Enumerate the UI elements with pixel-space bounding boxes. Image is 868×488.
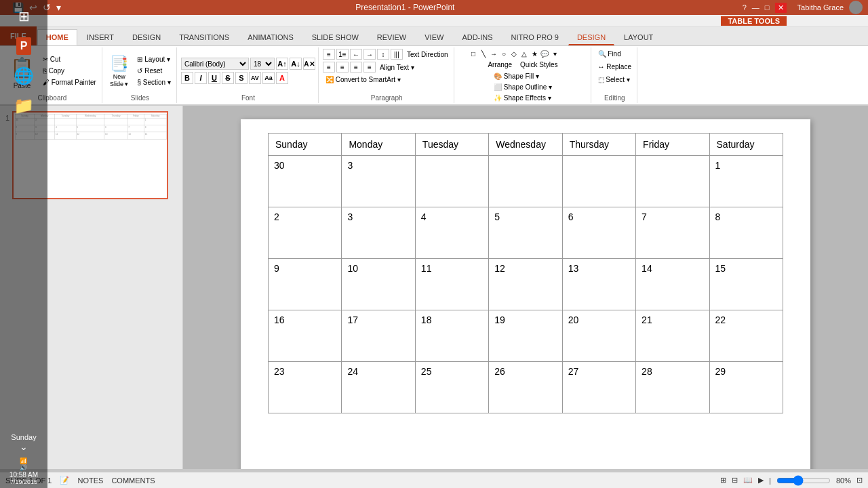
star-shape[interactable]: ★	[530, 49, 539, 58]
powerpoint-taskbar-icon[interactable]: P	[10, 33, 37, 60]
calendar-cell-w4d2[interactable]: 25	[415, 362, 488, 413]
font-size-select[interactable]: 18	[250, 58, 275, 70]
find-button[interactable]: 🔍 Find	[595, 49, 624, 59]
notes-button[interactable]: NOTES	[77, 476, 103, 485]
shadow-button[interactable]: S	[235, 72, 248, 84]
cut-button[interactable]: ✂ Cut	[40, 54, 99, 64]
calendar-cell-w4d0[interactable]: 23	[269, 362, 342, 413]
calendar-cell-w0d4[interactable]	[562, 156, 635, 207]
layout-button[interactable]: ⊞ Layout ▾	[134, 54, 173, 64]
shape-fill-button[interactable]: 🎨 Shape Fill ▾	[491, 71, 555, 81]
bold-button[interactable]: B	[181, 72, 193, 84]
tab-transitions[interactable]: TRANSITIONS	[170, 29, 238, 45]
change-case-button[interactable]: Aa	[262, 72, 275, 84]
fit-slide-button[interactable]: ⊡	[856, 476, 863, 485]
minimize-icon[interactable]: —	[752, 3, 760, 12]
tab-animations[interactable]: ANIMATIONS	[239, 29, 302, 45]
line-shape[interactable]: ╲	[479, 49, 488, 58]
calendar-cell-w2d4[interactable]: 13	[562, 259, 635, 310]
calendar-cell-w1d1[interactable]: 3	[342, 207, 415, 259]
calendar-cell-w4d4[interactable]: 27	[562, 362, 635, 413]
calendar-cell-w3d6[interactable]: 22	[709, 310, 783, 362]
decrease-indent-button[interactable]: ←	[350, 49, 362, 60]
shape-outline-button[interactable]: ⬜ Shape Outline ▾	[491, 82, 555, 92]
section-button[interactable]: § Section ▾	[134, 77, 173, 87]
tab-slideshow[interactable]: SLIDE SHOW	[303, 29, 368, 45]
comments-button[interactable]: COMMENTS	[111, 476, 155, 485]
diamond-shape[interactable]: ◇	[509, 49, 519, 58]
calendar-cell-w1d3[interactable]: 5	[489, 207, 562, 259]
tab-view[interactable]: VIEW	[416, 29, 452, 45]
calendar-cell-w1d5[interactable]: 7	[636, 207, 709, 259]
align-right-button[interactable]: ≡	[350, 62, 362, 73]
callout-shape[interactable]: 💬	[540, 49, 549, 58]
replace-button[interactable]: ↔ Replace	[595, 62, 634, 72]
triangle-shape[interactable]: △	[519, 49, 529, 58]
calendar-cell-w1d0[interactable]: 2	[269, 207, 342, 259]
calendar-cell-w4d5[interactable]: 28	[636, 362, 709, 413]
decrease-font-size-button[interactable]: A↓	[290, 58, 302, 70]
rect-shape[interactable]: □	[469, 49, 478, 58]
tab-review[interactable]: REVIEW	[368, 29, 415, 45]
columns-button[interactable]: |||	[391, 49, 403, 60]
calendar-cell-w3d4[interactable]: 20	[562, 310, 635, 362]
calendar-cell-w0d3[interactable]	[489, 156, 562, 207]
increase-indent-button[interactable]: →	[363, 49, 376, 60]
calendar-cell-w3d2[interactable]: 18	[415, 310, 488, 362]
calendar-cell-w0d5[interactable]	[636, 156, 709, 207]
chrome-taskbar-icon[interactable]: 🌐	[10, 62, 37, 89]
copy-button[interactable]: ⎘ Copy	[40, 66, 99, 76]
strikethrough-button[interactable]: S	[222, 72, 234, 84]
italic-button[interactable]: I	[195, 72, 207, 84]
folder-taskbar-icon[interactable]: 📁	[10, 92, 37, 119]
calendar-cell-w0d1[interactable]: 3	[342, 156, 415, 207]
calendar-cell-w0d6[interactable]: 1	[709, 156, 783, 207]
calendar-cell-w4d3[interactable]: 26	[489, 362, 562, 413]
underline-button[interactable]: U	[208, 72, 220, 84]
calendar-cell-w2d3[interactable]: 12	[489, 259, 562, 310]
text-direction-button[interactable]: Text Direction	[404, 49, 451, 60]
reset-button[interactable]: ↺ Reset	[134, 66, 173, 76]
font-color-button[interactable]: A	[276, 72, 288, 84]
close-icon[interactable]: ✕	[775, 3, 787, 13]
slide-sorter-icon[interactable]: ⊟	[732, 476, 738, 485]
calendar-cell-w2d5[interactable]: 14	[636, 259, 709, 310]
zoom-slider[interactable]	[776, 475, 831, 486]
shape-effects-button[interactable]: ✨ Shape Effects ▾	[491, 93, 555, 103]
calendar-cell-w2d1[interactable]: 10	[342, 259, 415, 310]
slide-canvas[interactable]: Sunday Monday Tuesday Wednesday Thursday…	[241, 119, 810, 469]
calendar-cell-w1d6[interactable]: 8	[709, 207, 783, 259]
arrange-button[interactable]: Arrange	[485, 60, 515, 70]
slideshow-icon[interactable]: ▶	[758, 476, 764, 485]
calendar-cell-w3d3[interactable]: 19	[489, 310, 562, 362]
tab-design2[interactable]: DESIGN	[568, 29, 614, 45]
help-icon[interactable]: ?	[743, 3, 747, 12]
tab-design[interactable]: DESIGN	[123, 29, 170, 45]
calendar-cell-w3d1[interactable]: 17	[342, 310, 415, 362]
tab-nitro[interactable]: NITRO PRO 9	[502, 29, 568, 45]
calendar-cell-w2d0[interactable]: 9	[269, 259, 342, 310]
new-slide-button[interactable]: 📑 New Slide ▾	[106, 53, 132, 89]
numbering-button[interactable]: 1≡	[336, 49, 349, 60]
format-painter-button[interactable]: 🖌 Format Painter	[40, 77, 99, 87]
tab-insert[interactable]: INSERT	[78, 29, 123, 45]
oval-shape[interactable]: ○	[499, 49, 509, 58]
char-spacing-button[interactable]: AV	[249, 72, 261, 84]
reading-view-icon[interactable]: 📖	[743, 476, 753, 485]
align-left-button[interactable]: ≡	[323, 62, 335, 73]
calendar-cell-w1d2[interactable]: 4	[415, 207, 488, 259]
quick-styles-button[interactable]: Quick Styles	[517, 60, 561, 70]
calendar-cell-w1d4[interactable]: 6	[562, 207, 635, 259]
calendar-cell-w2d2[interactable]: 11	[415, 259, 488, 310]
font-family-select[interactable]: Calibri (Body)	[181, 58, 249, 70]
arrow-shape[interactable]: →	[489, 49, 498, 58]
align-center-button[interactable]: ≡	[336, 62, 349, 73]
calendar-cell-w3d0[interactable]: 16	[269, 310, 342, 362]
tab-addins[interactable]: ADD-INS	[453, 29, 501, 45]
calendar-cell-w4d6[interactable]: 29	[709, 362, 783, 413]
calendar-cell-w4d1[interactable]: 24	[342, 362, 415, 413]
normal-view-icon[interactable]: ⊞	[720, 476, 726, 485]
windows-icon[interactable]: ⊞	[10, 3, 37, 30]
clear-format-button[interactable]: A✕	[303, 58, 315, 70]
bullets-button[interactable]: ≡	[323, 49, 335, 60]
